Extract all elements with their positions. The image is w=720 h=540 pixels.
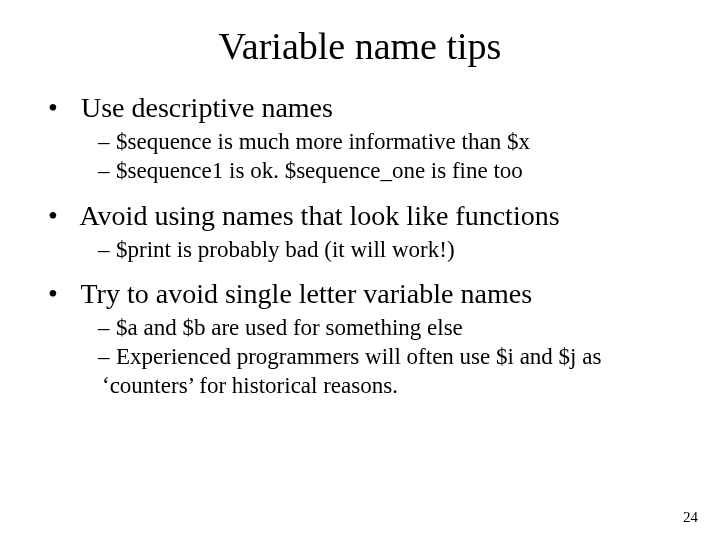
sub-bullet-text: $a and $b are used for something else [116, 315, 463, 340]
slide-title: Variable name tips [40, 24, 680, 68]
sub-bullet-list: $sequence is much more informative than … [50, 128, 680, 186]
sub-bullet-text: $sequence1 is ok. $sequence_one is fine … [116, 158, 523, 183]
sub-bullet-text: Experienced programmers will often use $… [102, 344, 601, 398]
sub-bullet-text: $sequence is much more informative than … [116, 129, 530, 154]
sub-bullet-item: Experienced programmers will often use $… [102, 343, 680, 401]
sub-bullet-item: $sequence is much more informative than … [102, 128, 680, 157]
bullet-list: Use descriptive names $sequence is much … [40, 92, 680, 401]
sub-bullet-text: $print is probably bad (it will work!) [116, 237, 455, 262]
bullet-text: Avoid using names that look like functio… [79, 200, 559, 231]
bullet-text: Use descriptive names [81, 92, 333, 123]
sub-bullet-list: $print is probably bad (it will work!) [50, 236, 680, 265]
bullet-text: Try to avoid single letter variable name… [81, 278, 533, 309]
bullet-item: Avoid using names that look like functio… [50, 200, 680, 265]
bullet-item: Try to avoid single letter variable name… [50, 278, 680, 400]
bullet-item: Use descriptive names $sequence is much … [50, 92, 680, 186]
sub-bullet-item: $print is probably bad (it will work!) [102, 236, 680, 265]
slide: Variable name tips Use descriptive names… [0, 0, 720, 540]
sub-bullet-item: $sequence1 is ok. $sequence_one is fine … [102, 157, 680, 186]
sub-bullet-item: $a and $b are used for something else [102, 314, 680, 343]
sub-bullet-list: $a and $b are used for something else Ex… [50, 314, 680, 400]
page-number: 24 [683, 509, 698, 526]
